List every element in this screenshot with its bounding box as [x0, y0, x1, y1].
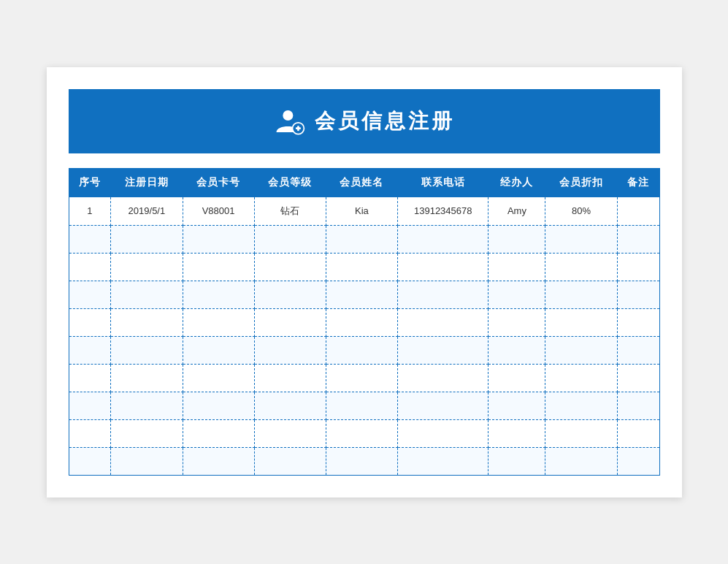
table-header: 序号 注册日期 会员卡号 会员等级 会员姓名 联系电话 经办人 会员折扣 备注 — [69, 168, 659, 197]
cell-name — [326, 225, 397, 253]
table-row — [69, 225, 659, 253]
cell-reg_date — [111, 364, 183, 392]
cell-agent — [488, 392, 545, 419]
cell-phone — [398, 447, 488, 475]
data-table: 序号 注册日期 会员卡号 会员等级 会员姓名 联系电话 经办人 会员折扣 备注 … — [69, 168, 660, 476]
cell-phone — [398, 392, 488, 419]
cell-discount — [545, 253, 617, 281]
table-row — [69, 336, 659, 364]
cell-discount — [545, 364, 617, 392]
page-title: 会员信息注册 — [315, 107, 455, 135]
cell-level — [254, 308, 326, 336]
cell-agent — [488, 308, 545, 336]
cell-card_no — [183, 364, 254, 392]
cell-reg_date — [111, 336, 183, 364]
cell-card_no — [183, 392, 254, 419]
cell-level — [254, 253, 326, 281]
cell-reg_date — [111, 447, 183, 475]
col-discount: 会员折扣 — [545, 168, 617, 197]
cell-name — [326, 253, 397, 281]
table-row — [69, 392, 659, 419]
cell-name — [326, 281, 397, 308]
cell-card_no — [183, 419, 254, 447]
table-header-row: 序号 注册日期 会员卡号 会员等级 会员姓名 联系电话 经办人 会员折扣 备注 — [69, 168, 659, 197]
cell-phone — [398, 336, 488, 364]
col-reg-date: 注册日期 — [111, 168, 183, 197]
table-row — [69, 364, 659, 392]
cell-discount — [545, 336, 617, 364]
cell-remark — [617, 253, 659, 281]
cell-seq — [69, 225, 111, 253]
table-body: 12019/5/1V88001钻石Kia13912345678Amy80% — [69, 197, 659, 475]
cell-agent — [488, 447, 545, 475]
cell-seq — [69, 308, 111, 336]
cell-reg_date — [111, 225, 183, 253]
cell-card_no — [183, 225, 254, 253]
cell-discount — [545, 281, 617, 308]
cell-remark — [617, 336, 659, 364]
table-row: 12019/5/1V88001钻石Kia13912345678Amy80% — [69, 197, 659, 225]
cell-discount: 80% — [545, 197, 617, 225]
cell-card_no — [183, 281, 254, 308]
cell-agent: Amy — [488, 197, 545, 225]
col-phone: 联系电话 — [398, 168, 488, 197]
cell-name — [326, 392, 397, 419]
page-container: 会员信息注册 序号 注册日期 会员卡号 会员等级 会员姓名 联系电话 经办人 会… — [47, 67, 682, 498]
cell-remark — [617, 447, 659, 475]
header-bar: 会员信息注册 — [69, 89, 660, 153]
cell-reg_date: 2019/5/1 — [111, 197, 183, 225]
cell-level — [254, 419, 326, 447]
col-agent: 经办人 — [488, 168, 545, 197]
cell-card_no: V88001 — [183, 197, 254, 225]
cell-phone — [398, 419, 488, 447]
cell-discount — [545, 392, 617, 419]
cell-discount — [545, 419, 617, 447]
cell-phone — [398, 364, 488, 392]
cell-level — [254, 392, 326, 419]
cell-level — [254, 225, 326, 253]
cell-phone — [398, 281, 488, 308]
cell-level: 钻石 — [254, 197, 326, 225]
cell-reg_date — [111, 419, 183, 447]
cell-card_no — [183, 336, 254, 364]
cell-phone — [398, 308, 488, 336]
cell-reg_date — [111, 392, 183, 419]
col-seq: 序号 — [69, 168, 111, 197]
cell-discount — [545, 308, 617, 336]
cell-card_no — [183, 447, 254, 475]
cell-reg_date — [111, 308, 183, 336]
col-level: 会员等级 — [254, 168, 326, 197]
cell-name — [326, 308, 397, 336]
cell-level — [254, 447, 326, 475]
svg-rect-3 — [297, 126, 299, 131]
cell-seq — [69, 364, 111, 392]
cell-phone — [398, 225, 488, 253]
col-remark: 备注 — [617, 168, 659, 197]
cell-seq — [69, 419, 111, 447]
col-card-no: 会员卡号 — [183, 168, 254, 197]
cell-phone: 13912345678 — [398, 197, 488, 225]
cell-reg_date — [111, 253, 183, 281]
cell-discount — [545, 447, 617, 475]
cell-remark — [617, 392, 659, 419]
svg-point-0 — [283, 110, 293, 121]
cell-seq — [69, 447, 111, 475]
cell-name — [326, 419, 397, 447]
cell-agent — [488, 336, 545, 364]
table-row — [69, 308, 659, 336]
cell-remark — [617, 419, 659, 447]
cell-discount — [545, 225, 617, 253]
cell-remark — [617, 225, 659, 253]
table-row — [69, 447, 659, 475]
cell-seq: 1 — [69, 197, 111, 225]
cell-remark — [617, 281, 659, 308]
cell-card_no — [183, 308, 254, 336]
col-name: 会员姓名 — [326, 168, 397, 197]
cell-agent — [488, 419, 545, 447]
cell-agent — [488, 364, 545, 392]
table-row — [69, 281, 659, 308]
table-row — [69, 253, 659, 281]
cell-level — [254, 336, 326, 364]
member-register-icon — [274, 105, 306, 137]
cell-agent — [488, 225, 545, 253]
